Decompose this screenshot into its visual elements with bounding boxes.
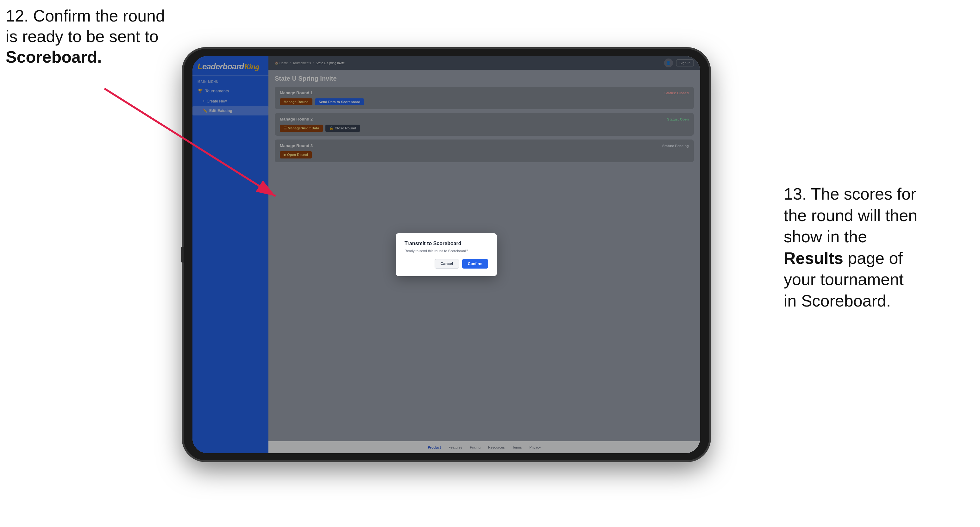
- step13-text: 13. The scores forthe round will thensho…: [784, 185, 917, 310]
- annotation-step12: 12. Confirm the roundis ready to be sent…: [6, 6, 170, 67]
- tablet-side-button: [181, 247, 184, 263]
- transmit-modal: Transmit to Scoreboard Ready to send thi…: [396, 233, 497, 276]
- tablet-screen: LeaderboardKing MAIN MENU 🏆 Tournaments …: [192, 56, 700, 453]
- app-layout: LeaderboardKing MAIN MENU 🏆 Tournaments …: [192, 56, 700, 453]
- annotation-step13: 13. The scores forthe round will thensho…: [784, 184, 961, 312]
- step12-bold: Scoreboard.: [6, 48, 102, 66]
- modal-subtitle: Ready to send this round to Scoreboard?: [404, 249, 488, 253]
- modal-actions: Cancel Confirm: [404, 259, 488, 268]
- step12-text: 12. Confirm the roundis ready to be sent…: [6, 6, 165, 66]
- tablet-device: LeaderboardKing MAIN MENU 🏆 Tournaments …: [184, 49, 709, 460]
- modal-title: Transmit to Scoreboard: [404, 241, 488, 246]
- modal-overlay: Transmit to Scoreboard Ready to send thi…: [269, 56, 700, 453]
- step13-bold: Results: [784, 249, 843, 267]
- modal-cancel-button[interactable]: Cancel: [434, 259, 459, 268]
- main-content: 🏠 Home / Tournaments / State U Spring In…: [269, 56, 700, 453]
- modal-confirm-button[interactable]: Confirm: [462, 259, 488, 268]
